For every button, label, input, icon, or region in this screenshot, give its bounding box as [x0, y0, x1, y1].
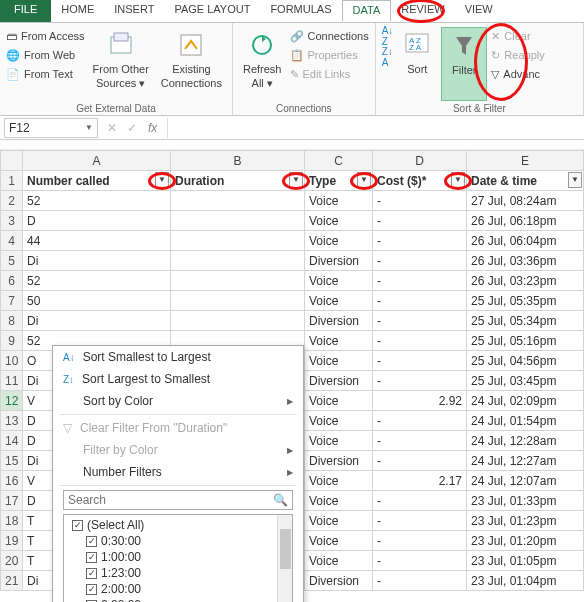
filter-value-item[interactable]: ✓0:30:00: [68, 533, 288, 549]
row-header[interactable]: 6: [1, 271, 23, 291]
row-header[interactable]: 9: [1, 331, 23, 351]
row-header[interactable]: 7: [1, 291, 23, 311]
sort-largest-smallest[interactable]: Z↓ Sort Largest to Smallest: [53, 368, 303, 390]
edit-links-button[interactable]: ✎Edit Links: [290, 65, 369, 83]
refresh-all-button[interactable]: Refresh All ▾: [239, 27, 286, 101]
from-web-button[interactable]: 🌐From Web: [6, 46, 85, 64]
sort-smallest-largest[interactable]: A↓ Sort Smallest to Largest: [53, 346, 303, 368]
row-header[interactable]: 11: [1, 371, 23, 391]
row-header[interactable]: 8: [1, 311, 23, 331]
row-header[interactable]: 1: [1, 171, 23, 191]
cell-date-time[interactable]: 26 Jul, 03:23pm: [467, 271, 584, 291]
cell-number-called[interactable]: Di: [23, 251, 171, 271]
connections-button[interactable]: 🔗Connections: [290, 27, 369, 45]
cell-type[interactable]: Voice: [305, 331, 373, 351]
reapply-button[interactable]: ↻Reapply: [491, 46, 544, 64]
filter-value-item[interactable]: ✓(Select All): [68, 517, 288, 533]
cell-duration[interactable]: [171, 271, 305, 291]
filter-value-item[interactable]: ✓1:00:00: [68, 549, 288, 565]
filter-dropdown-b[interactable]: ▼: [289, 172, 303, 188]
checkbox-icon[interactable]: ✓: [72, 520, 83, 531]
cell-cost[interactable]: 2.92: [373, 391, 467, 411]
cell-type[interactable]: Voice: [305, 191, 373, 211]
row-header[interactable]: 10: [1, 351, 23, 371]
cell-cost[interactable]: -: [373, 271, 467, 291]
row-header[interactable]: 14: [1, 431, 23, 451]
number-filters[interactable]: Number Filters ▶: [53, 461, 303, 483]
cell-type[interactable]: Voice: [305, 211, 373, 231]
checkbox-icon[interactable]: ✓: [86, 584, 97, 595]
cell-duration[interactable]: [171, 291, 305, 311]
filter-value-item[interactable]: ✓1:23:00: [68, 565, 288, 581]
cell-cost[interactable]: -: [373, 431, 467, 451]
cell-cost[interactable]: -: [373, 531, 467, 551]
cell-date-time[interactable]: 25 Jul, 05:35pm: [467, 291, 584, 311]
filter-value-item[interactable]: ✓2:00:00: [68, 581, 288, 597]
col-header-c[interactable]: C: [305, 151, 373, 171]
cell-cost[interactable]: -: [373, 351, 467, 371]
cell-date-time[interactable]: 23 Jul, 01:05pm: [467, 551, 584, 571]
cell-cost[interactable]: -: [373, 371, 467, 391]
cell-date-time[interactable]: 24 Jul, 12:27am: [467, 451, 584, 471]
row-header[interactable]: 3: [1, 211, 23, 231]
sort-by-color[interactable]: Sort by Color ▶: [53, 390, 303, 412]
cell-cost[interactable]: -: [373, 251, 467, 271]
col-header-b[interactable]: B: [171, 151, 305, 171]
name-box[interactable]: F12 ▼: [4, 118, 98, 138]
cell-date-time[interactable]: 26 Jul, 06:04pm: [467, 231, 584, 251]
checkbox-icon[interactable]: ✓: [86, 568, 97, 579]
header-type[interactable]: Type▼: [305, 171, 373, 191]
cell-cost[interactable]: -: [373, 511, 467, 531]
cell-date-time[interactable]: 24 Jul, 01:54pm: [467, 411, 584, 431]
cell-date-time[interactable]: 25 Jul, 05:16pm: [467, 331, 584, 351]
cell-date-time[interactable]: 24 Jul, 02:09pm: [467, 391, 584, 411]
cell-number-called[interactable]: 52: [23, 271, 171, 291]
cell-type[interactable]: Diversion: [305, 571, 373, 591]
cell-cost[interactable]: -: [373, 411, 467, 431]
filter-value-list[interactable]: ✓(Select All)✓0:30:00✓1:00:00✓1:23:00✓2:…: [63, 514, 293, 602]
row-header[interactable]: 20: [1, 551, 23, 571]
col-header-a[interactable]: A: [23, 151, 171, 171]
filter-search[interactable]: 🔍: [63, 490, 293, 510]
cell-date-time[interactable]: 26 Jul, 06:18pm: [467, 211, 584, 231]
fx-icon[interactable]: fx: [148, 121, 157, 135]
row-header[interactable]: 13: [1, 411, 23, 431]
existing-connections-button[interactable]: Existing Connections: [157, 27, 226, 101]
cell-number-called[interactable]: 52: [23, 191, 171, 211]
cell-number-called[interactable]: 44: [23, 231, 171, 251]
col-header-e[interactable]: E: [467, 151, 584, 171]
cell-cost[interactable]: -: [373, 311, 467, 331]
cell-date-time[interactable]: 23 Jul, 01:23pm: [467, 511, 584, 531]
cell-date-time[interactable]: 25 Jul, 05:34pm: [467, 311, 584, 331]
filter-button[interactable]: Filter: [441, 27, 487, 101]
tab-insert[interactable]: INSERT: [104, 0, 164, 22]
cell-cost[interactable]: -: [373, 211, 467, 231]
from-access-button[interactable]: 🗃From Access: [6, 27, 85, 45]
cell-duration[interactable]: [171, 191, 305, 211]
cell-cost[interactable]: -: [373, 571, 467, 591]
filter-dropdown-d[interactable]: ▼: [451, 172, 465, 188]
cell-cost[interactable]: -: [373, 451, 467, 471]
cell-type[interactable]: Voice: [305, 411, 373, 431]
cell-cost[interactable]: -: [373, 191, 467, 211]
row-header[interactable]: 21: [1, 571, 23, 591]
row-header[interactable]: 4: [1, 231, 23, 251]
cell-duration[interactable]: [171, 231, 305, 251]
row-header[interactable]: 16: [1, 471, 23, 491]
tab-file[interactable]: FILE: [0, 0, 51, 22]
row-header[interactable]: 18: [1, 511, 23, 531]
tab-review[interactable]: REVIEW: [391, 0, 454, 22]
cell-date-time[interactable]: 25 Jul, 04:56pm: [467, 351, 584, 371]
cell-cost[interactable]: -: [373, 551, 467, 571]
tab-page-layout[interactable]: PAGE LAYOUT: [164, 0, 260, 22]
advanced-filter-button[interactable]: ▽Advanc: [491, 65, 544, 83]
cell-duration[interactable]: [171, 251, 305, 271]
cell-cost[interactable]: -: [373, 231, 467, 251]
filter-search-input[interactable]: [68, 493, 273, 507]
tab-data[interactable]: DATA: [342, 0, 392, 22]
cell-date-time[interactable]: 23 Jul, 01:20pm: [467, 531, 584, 551]
checkbox-icon[interactable]: ✓: [86, 536, 97, 547]
row-header[interactable]: 12: [1, 391, 23, 411]
row-header[interactable]: 5: [1, 251, 23, 271]
cell-type[interactable]: Voice: [305, 551, 373, 571]
